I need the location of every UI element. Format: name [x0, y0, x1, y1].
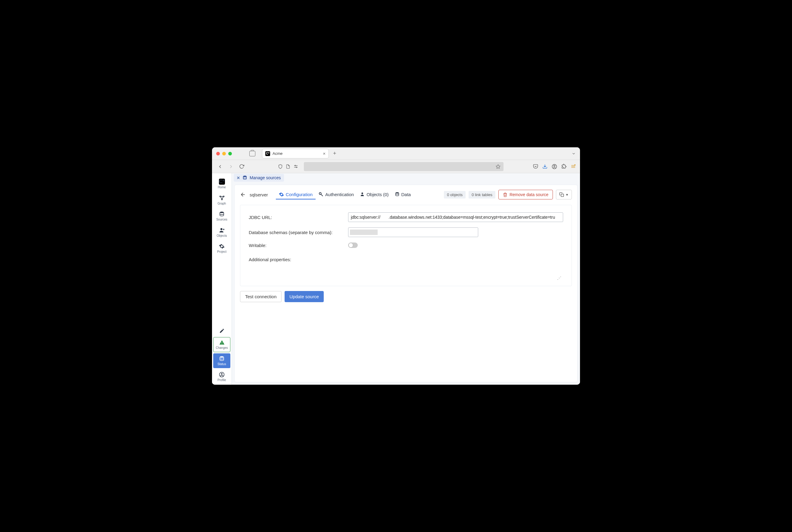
pocket-icon[interactable] — [533, 164, 538, 169]
tabs-dropdown-icon[interactable] — [572, 152, 576, 156]
svg-point-30 — [395, 192, 399, 193]
shield-icon[interactable] — [278, 164, 283, 169]
database-icon — [219, 211, 225, 217]
database-icon — [243, 175, 247, 180]
sidebar-objects[interactable]: Objects — [213, 225, 230, 240]
tab-overview-icon[interactable] — [249, 151, 255, 156]
browser-window: C* Acme × + — [212, 147, 580, 385]
person-plus-icon — [219, 227, 225, 233]
person-icon — [360, 192, 365, 197]
svg-point-29 — [362, 192, 363, 194]
content-tabstrip: ✕ Manage sources — [232, 173, 580, 182]
copy-icon — [559, 192, 564, 197]
tab-authentication[interactable]: Authentication — [315, 190, 357, 200]
extensions-icon[interactable] — [561, 164, 566, 169]
tab-objects[interactable]: Objects (0) — [357, 190, 391, 200]
writable-label: Writable: — [249, 243, 348, 248]
account-icon[interactable] — [552, 164, 557, 169]
reload-button[interactable] — [238, 163, 246, 170]
additional-props-textarea[interactable] — [348, 257, 563, 275]
svg-rect-31 — [561, 194, 564, 197]
sidebar-changes-label: Changes — [216, 346, 228, 349]
sidebar-edit[interactable] — [213, 326, 230, 336]
menu-icon[interactable] — [571, 164, 576, 169]
gear-icon — [279, 192, 284, 197]
key-icon — [318, 192, 324, 197]
graph-icon — [219, 195, 225, 201]
tab-data-label: Data — [401, 192, 411, 197]
downloads-icon[interactable] — [542, 164, 547, 169]
panel-header: sqlserver Configuration Authentication — [240, 190, 572, 200]
tab-data[interactable]: Data — [392, 190, 414, 200]
additional-props-label: Additional properties: — [249, 257, 348, 275]
content-area: ✕ Manage sources sqlserver Configuration — [232, 173, 580, 385]
test-connection-button[interactable]: Test connection — [240, 291, 282, 302]
svg-point-2 — [295, 165, 296, 166]
sidebar-profile[interactable]: Profile — [213, 369, 230, 384]
svg-point-14 — [221, 199, 222, 200]
sidebar-project-label: Project — [217, 250, 227, 253]
jdbc-url-input[interactable] — [348, 212, 563, 222]
main-panel: sqlserver Configuration Authentication — [234, 185, 578, 382]
window-minimize[interactable] — [222, 152, 226, 155]
sidebar-sources[interactable]: Sources — [213, 209, 230, 224]
tab-objects-label: Objects (0) — [366, 192, 388, 197]
window-maximize[interactable] — [228, 152, 232, 155]
sidebar: C* Home Graph Sources Objects Project — [212, 173, 232, 385]
browser-toolbar — [212, 160, 580, 173]
svg-point-18 — [220, 212, 224, 213]
window-close[interactable] — [216, 152, 220, 155]
sidebar-changes[interactable]: Changes — [213, 337, 230, 352]
sidebar-graph[interactable]: Graph — [213, 192, 230, 208]
sidebar-sources-label: Sources — [216, 218, 227, 221]
tab-close-icon[interactable]: × — [323, 151, 326, 156]
svg-point-19 — [220, 228, 223, 230]
update-source-button[interactable]: Update source — [285, 291, 324, 302]
resize-handle-icon[interactable]: ⋰ — [249, 276, 563, 281]
tab-authentication-label: Authentication — [325, 192, 354, 197]
tab-title: Acme — [272, 151, 321, 156]
remove-button-label: Remove data source — [509, 192, 548, 197]
sidebar-objects-label: Objects — [217, 234, 227, 238]
app-logo-icon: C* — [219, 179, 225, 185]
config-form: JDBC URL: Database schemas (separate by … — [240, 205, 572, 286]
svg-line-15 — [220, 197, 221, 199]
chevron-down-icon: ▼ — [565, 193, 568, 196]
tab-configuration-label: Configuration — [286, 192, 313, 197]
tab-site-icon: C* — [265, 151, 270, 156]
writable-toggle[interactable] — [348, 243, 358, 248]
profile-icon — [219, 372, 225, 378]
svg-point-3 — [296, 167, 297, 168]
copy-dropdown-button[interactable]: ▼ — [556, 190, 572, 200]
sidebar-home-label: Home — [218, 186, 226, 189]
address-bar[interactable] — [304, 162, 503, 171]
content-tab-manage-sources[interactable]: ✕ Manage sources — [234, 174, 284, 182]
panel-tabs: Configuration Authentication Objects (0) — [276, 190, 414, 200]
svg-point-22 — [220, 356, 224, 358]
warning-icon — [219, 340, 225, 345]
sidebar-project[interactable]: Project — [213, 241, 230, 256]
browser-tab[interactable]: C* Acme × — [262, 149, 329, 158]
sidebar-status[interactable]: Status — [213, 353, 230, 368]
remove-data-source-button[interactable]: Remove data source — [498, 190, 553, 200]
svg-marker-4 — [496, 165, 500, 168]
content-tab-label: Manage sources — [250, 175, 281, 180]
permissions-icon[interactable] — [293, 164, 298, 169]
back-arrow-icon[interactable] — [240, 192, 246, 197]
back-button[interactable] — [216, 163, 224, 171]
bookmark-star-icon[interactable] — [496, 164, 501, 169]
sidebar-home[interactable]: C* Home — [213, 176, 230, 191]
gear-icon — [219, 243, 225, 249]
objects-count-badge: 0 objects — [444, 191, 466, 198]
forward-button[interactable] — [227, 163, 235, 171]
content-tab-close-icon[interactable]: ✕ — [237, 176, 240, 180]
tab-configuration[interactable]: Configuration — [276, 190, 315, 200]
svg-point-11 — [574, 164, 576, 165]
database-icon — [219, 356, 225, 361]
svg-point-24 — [221, 373, 223, 375]
page-info-icon[interactable] — [286, 164, 290, 169]
svg-point-25 — [243, 176, 247, 177]
svg-point-7 — [554, 165, 555, 167]
titlebar: C* Acme × + — [212, 147, 580, 160]
new-tab-button[interactable]: + — [333, 150, 336, 157]
